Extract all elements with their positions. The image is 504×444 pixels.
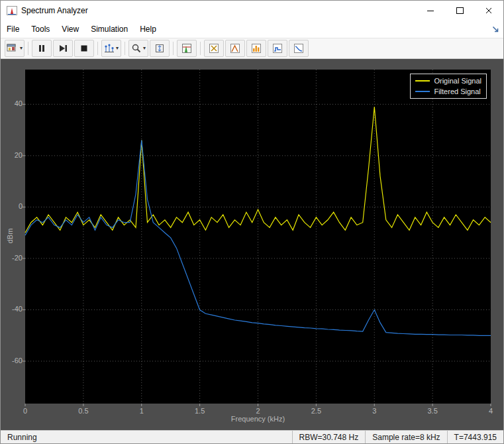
x-tick-label: 1 bbox=[132, 407, 152, 415]
zoom-icon bbox=[131, 43, 142, 54]
toolbar-separator bbox=[173, 42, 174, 55]
window-title: Spectrum Analyzer bbox=[21, 6, 88, 15]
style-icon bbox=[104, 43, 115, 54]
legend: Original SignalFiltered Signal bbox=[410, 74, 487, 99]
menu-item-tools[interactable]: Tools bbox=[25, 21, 56, 38]
toolbar-separator bbox=[200, 42, 201, 55]
x-tick-label: 3 bbox=[364, 407, 384, 415]
zoom-button[interactable]: ▾ bbox=[128, 40, 148, 57]
x-axis-label: Frequency (kHz) bbox=[25, 415, 491, 423]
close-icon bbox=[485, 7, 492, 14]
distortion-measurements-icon bbox=[251, 43, 262, 54]
dropdown-caret-icon: ▾ bbox=[143, 46, 146, 51]
spectrum-analyzer-window: Spectrum Analyzer FileToolsViewSimulatio… bbox=[0, 0, 504, 444]
toolbar-separator bbox=[125, 42, 125, 55]
x-tick-label: 0.5 bbox=[74, 407, 93, 415]
maximize-icon bbox=[456, 7, 464, 14]
maximize-button[interactable] bbox=[445, 1, 474, 21]
close-button[interactable] bbox=[474, 1, 503, 21]
legend-line-sample bbox=[415, 80, 430, 82]
dock-button[interactable] bbox=[491, 25, 499, 33]
spectrum-settings-button[interactable] bbox=[177, 40, 197, 57]
legend-label: Original Signal bbox=[434, 77, 481, 85]
step-forward-icon bbox=[58, 43, 68, 54]
menu-items: FileToolsViewSimulationHelp bbox=[1, 21, 162, 38]
style-button[interactable]: ▾ bbox=[101, 40, 121, 57]
legend-entry[interactable]: Filtered Signal bbox=[415, 86, 481, 97]
x-tick-label: 3.5 bbox=[423, 407, 442, 415]
toolbar: ▾▾▾ bbox=[1, 38, 503, 59]
x-tick-label: 0 bbox=[15, 407, 35, 415]
status-running: Running bbox=[1, 431, 292, 444]
dropdown-caret-icon: ▾ bbox=[116, 46, 119, 51]
step-forward-button[interactable] bbox=[53, 40, 73, 57]
y-tick-label: -40 bbox=[4, 305, 23, 313]
spectrum-plot[interactable] bbox=[25, 70, 491, 404]
menubar: FileToolsViewSimulationHelp bbox=[1, 21, 503, 38]
scale-axes-button[interactable] bbox=[150, 40, 170, 57]
menu-item-file[interactable]: File bbox=[1, 21, 25, 38]
x-tick-label: 2.5 bbox=[306, 407, 326, 415]
status-rbw: RBW=30.748 Hz bbox=[292, 431, 366, 444]
menu-item-help[interactable]: Help bbox=[134, 21, 162, 38]
scale-axes-icon bbox=[154, 43, 165, 54]
status-time: T=7443.915 bbox=[447, 431, 503, 444]
x-tick-label: 2 bbox=[248, 407, 268, 415]
peak-finder-icon bbox=[230, 43, 240, 54]
dock-icon bbox=[491, 25, 499, 33]
legend-label: Filtered Signal bbox=[434, 87, 480, 95]
legend-line-sample bbox=[415, 91, 430, 92]
channel-measurements-button[interactable] bbox=[289, 40, 309, 57]
configuration-button[interactable]: ▾ bbox=[5, 40, 25, 57]
stop-button[interactable] bbox=[74, 40, 94, 57]
toolbar-separator bbox=[28, 42, 28, 55]
spectral-mask-button[interactable] bbox=[268, 40, 287, 57]
x-tick-label: 1.5 bbox=[190, 407, 210, 415]
x-tick-label: 4 bbox=[481, 407, 501, 415]
stop-icon bbox=[79, 43, 89, 54]
pause-icon bbox=[36, 43, 47, 54]
spectral-mask-icon bbox=[272, 43, 283, 54]
configuration-icon bbox=[7, 43, 19, 54]
toolbar-separator bbox=[97, 42, 98, 55]
menu-item-simulation[interactable]: Simulation bbox=[85, 21, 134, 38]
y-tick-label: 20 bbox=[4, 151, 23, 159]
legend-entry[interactable]: Original Signal bbox=[415, 76, 481, 86]
status-sample-rate: Sample rate=8 kHz bbox=[365, 431, 446, 444]
y-tick-label: -20 bbox=[4, 254, 23, 262]
menu-item-view[interactable]: View bbox=[56, 21, 85, 38]
y-tick-label: 0 bbox=[4, 202, 23, 210]
distortion-measurements-button[interactable] bbox=[246, 40, 266, 57]
y-axis-label: dBm bbox=[6, 223, 14, 249]
titlebar: Spectrum Analyzer bbox=[1, 1, 503, 21]
channel-measurements-icon bbox=[293, 43, 304, 54]
minimize-icon bbox=[427, 11, 434, 11]
pause-button[interactable] bbox=[32, 40, 52, 57]
axes[interactable]: Original SignalFiltered Signal bbox=[25, 70, 491, 404]
cursor-measurements-button[interactable] bbox=[204, 40, 224, 57]
y-tick-label: 40 bbox=[4, 99, 23, 107]
minimize-button[interactable] bbox=[416, 1, 445, 21]
cursor-measurements-icon bbox=[209, 43, 219, 54]
app-icon bbox=[7, 6, 17, 15]
dropdown-caret-icon: ▾ bbox=[20, 46, 23, 51]
plot-panel: Original SignalFiltered Signal dBm Frequ… bbox=[1, 59, 503, 430]
spectrum-settings-icon bbox=[181, 43, 192, 54]
peak-finder-button[interactable] bbox=[225, 40, 245, 57]
statusbar: Running RBW=30.748 HzSample rate=8 kHzT=… bbox=[1, 430, 503, 444]
series-filtered-signal bbox=[25, 140, 491, 336]
y-tick-label: -60 bbox=[4, 357, 23, 364]
